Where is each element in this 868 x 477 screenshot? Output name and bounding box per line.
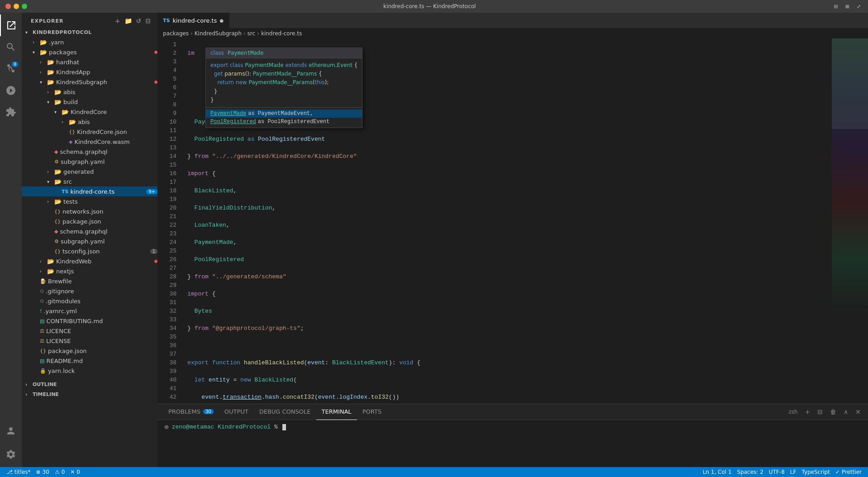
sidebar-item-abis-inner[interactable]: › 📂 abis [22,117,157,127]
sidebar-item-kindredcore-json[interactable]: {} KindredCore.json [22,127,157,137]
window-controls[interactable] [5,4,27,9]
trash-terminal-icon[interactable]: 🗑 [828,407,838,416]
item-label: subgraph.yaml [61,158,157,165]
sidebar-item-abis[interactable]: › 📂 abis [22,87,157,97]
sidebar-item-contributing[interactable]: ▤ CONTRIBUTING.md [22,316,157,326]
sidebar-item-tests[interactable]: › 📂 tests [22,196,157,206]
explorer-activity-icon[interactable] [0,14,22,36]
item-label: hardhat [56,59,157,66]
sidebar-item-yarn-lock[interactable]: 🔒 yarn.lock [22,366,157,376]
settings-icon[interactable] [0,444,22,465]
title-bar: kindred-core.ts — KindredProtocol ⊟ ⊞ ⤢ [0,0,868,13]
split-editor-icon[interactable]: ⊟ [832,3,840,10]
sidebar-item-subgraph-yaml[interactable]: ⚙ subgraph.yaml [22,157,157,167]
sidebar-item-schema-graphql-2[interactable]: ◆ schema.graphql [22,226,157,236]
breadcrumb-kindredsubgraph[interactable]: KindredSubgraph [195,30,242,37]
tab-problems[interactable]: PROBLEMS 30 [163,404,219,420]
sidebar-item-subgraph-yaml-2[interactable]: ⚙ subgraph.yaml [22,236,157,246]
terminal-content[interactable]: ◎ zeno@metamac KindredProtocol % [157,420,868,467]
sidebar-item-packages[interactable]: ▾ 📂 packages [22,47,157,57]
timeline-section[interactable]: › TIMELINE [22,389,157,399]
sidebar-item-kindredapp[interactable]: › 📂 KindredApp [22,67,157,77]
status-language[interactable]: TypeScript [799,467,832,477]
minimap-viewport[interactable] [832,38,868,129]
new-file-icon[interactable]: + [114,16,122,25]
tab-ports[interactable]: PORTS [357,404,387,420]
ac-item-payment-made[interactable]: PaymentMade as PaymentMadeEvent, [206,110,362,118]
outline-section[interactable]: › OUTLINE [22,379,157,389]
breadcrumb-src[interactable]: src [248,30,256,37]
arrow-icon: › [47,90,54,95]
sidebar-item-kindredweb[interactable]: › 📂 KindredWeb [22,256,157,266]
status-formatter[interactable]: ✓ Prettier [833,467,864,477]
sidebar-item-kindredcore-wasm[interactable]: ◈ KindredCore.wasm [22,137,157,147]
status-errors[interactable]: ⊗ 30 [33,467,52,477]
source-control-activity-icon[interactable]: 8 [0,58,22,80]
status-line-ending[interactable]: LF [787,467,799,477]
branch-label: titles* [14,469,31,475]
extensions-activity-icon[interactable] [0,101,22,123]
close-button[interactable] [5,4,11,9]
sidebar-item-networks-json[interactable]: {} networks.json [22,206,157,216]
status-cursor-position[interactable]: Ln 1, Col 1 [700,467,734,477]
item-label: KindredSubgraph [56,79,153,86]
file-icon: ◆ [54,149,58,155]
sidebar-item-package-json[interactable]: {} package.json [22,216,157,226]
tab-kindred-core-ts[interactable]: TS kindred-core.ts ● [157,13,229,28]
sidebar-header: EXPLORER + 📁 ↺ ⊟ [22,13,157,27]
sidebar-item-hardhat[interactable]: › 📂 hardhat [22,57,157,67]
folder-icon: 📂 [54,99,62,105]
code-line-14: } from "../generated/schema" [180,272,832,281]
fullscreen-icon[interactable]: ⤢ [855,3,863,10]
tab-terminal[interactable]: TERMINAL [316,404,357,420]
status-infos[interactable]: ✕ 0 [67,467,83,477]
arrow-spacer [62,139,69,144]
sidebar-item-gitmodules[interactable]: ⊙ .gitmodules [22,296,157,306]
sidebar-item-license[interactable]: ⚖ LICENSE [22,336,157,346]
sidebar-item-yarnrc[interactable]: ! .yarnrc.yml [22,306,157,316]
new-folder-icon[interactable]: 📁 [124,16,134,25]
status-encoding[interactable]: UTF-8 [766,467,787,477]
status-branch[interactable]: ⎇ titles* [4,467,33,477]
sidebar-item-kindred-core-ts[interactable]: TS kindred-core.ts 9+ [22,186,157,196]
ac-item-pool-registered[interactable]: PoolRegistered as PoolRegisteredEvent [206,118,362,126]
item-label: schema.graphql [60,148,157,155]
sidebar-item-gitignore[interactable]: ⊙ .gitignore [22,286,157,296]
autocomplete-popup[interactable]: class PaymentMade export class PaymentMa… [205,48,362,128]
ac-keyword: class [210,50,224,56]
sidebar-item-build[interactable]: ▾ 📂 build [22,97,157,107]
close-panel-icon[interactable]: ✕ [854,407,863,416]
code-content[interactable]: class PaymentMade export class PaymentMa… [180,38,832,404]
sidebar-item-tsconfig[interactable]: {} tsconfig.json 1 [22,246,157,256]
collapse-icon[interactable]: ⊟ [144,16,152,25]
maximize-panel-icon[interactable]: ∧ [842,407,850,416]
search-activity-icon[interactable] [0,36,22,58]
account-icon[interactable] [0,420,22,442]
breadcrumb-packages[interactable]: packages [163,30,189,37]
breadcrumb-file[interactable]: kindred-core.ts [261,30,302,37]
sidebar-item-generated[interactable]: › 📂 generated [22,167,157,176]
debug-activity-icon[interactable] [0,80,22,101]
sidebar-item-kindredcore-folder[interactable]: ▾ 📂 KindredCore [22,107,157,117]
sidebar-item-licence[interactable]: ⚖ LICENCE [22,326,157,336]
status-warnings[interactable]: ⚠ 0 [52,467,67,477]
sidebar-item-src[interactable]: ▾ 📂 src [22,176,157,186]
sidebar-item-yarn[interactable]: › 📂 .yarn [22,37,157,47]
sidebar-item-schema-graphql[interactable]: ◆ schema.graphql [22,147,157,157]
layout-icon[interactable]: ⊞ [844,3,851,10]
split-terminal-icon[interactable]: ⊟ [816,407,825,416]
status-indent[interactable]: Spaces: 2 [734,467,766,477]
tab-debug-console[interactable]: DEBUG CONSOLE [254,404,316,420]
sidebar-item-brewfile[interactable]: 🍺 Brewfile [22,276,157,286]
tab-output[interactable]: OUTPUT [219,404,254,420]
root-folder[interactable]: ▾ KINDREDPROTOCOL [22,27,157,37]
sidebar-item-readme[interactable]: ▤ README.md [22,356,157,366]
minimize-button[interactable] [14,4,19,9]
sidebar-item-nextjs[interactable]: › 📂 nextjs [22,266,157,276]
timeline-label: TIMELINE [33,391,59,397]
sidebar-item-package-json-root[interactable]: {} package.json [22,346,157,356]
sidebar-item-kindredsubgraph[interactable]: ▾ 📂 KindredSubgraph [22,77,157,87]
new-terminal-icon[interactable]: + [803,407,812,416]
refresh-icon[interactable]: ↺ [135,16,143,25]
maximize-button[interactable] [22,4,27,9]
